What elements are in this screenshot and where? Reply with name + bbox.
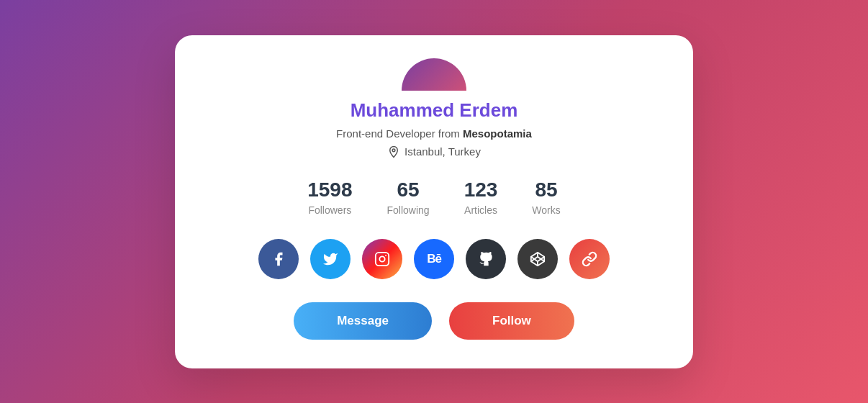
facebook-button[interactable] [258,239,299,279]
instagram-icon [374,251,390,267]
stats-container: 1598 Followers 65 Following 123 Articles… [307,178,561,216]
stat-articles: 123 Articles [464,178,498,216]
twitter-icon [322,251,338,267]
stat-works: 85 Works [532,178,560,216]
follow-button[interactable]: Follow [449,302,574,340]
twitter-button[interactable] [310,239,351,279]
location: Istanbul, Turkey [387,145,481,158]
followers-count: 1598 [307,178,352,202]
svg-rect-1 [376,252,389,265]
instagram-button[interactable] [362,239,402,279]
behance-button[interactable]: Bē [414,239,454,279]
location-icon [387,145,400,158]
link-icon [582,251,597,267]
stat-followers: 1598 Followers [307,178,352,216]
following-count: 65 [397,178,419,202]
github-button[interactable] [466,239,506,279]
user-name: Muhammed Erdem [351,99,518,122]
behance-icon: Bē [427,252,441,266]
social-icons-container: Bē [258,239,610,279]
codepen-icon [530,251,546,267]
link-button[interactable] [569,239,610,279]
facebook-icon [271,251,286,267]
avatar [402,58,466,91]
action-buttons: Message Follow [294,302,574,340]
works-count: 85 [535,178,557,202]
stat-following: 65 Following [387,178,430,216]
articles-label: Articles [464,204,497,216]
user-bio: Front-end Developer from Mesopotamia [336,127,532,140]
articles-count: 123 [464,178,498,202]
svg-point-3 [385,255,386,256]
location-text: Istanbul, Turkey [404,145,481,158]
github-icon [478,251,494,267]
codepen-button[interactable] [517,239,558,279]
followers-label: Followers [308,204,351,216]
bio-prefix: Front-end Developer from [336,127,463,140]
profile-card: Muhammed Erdem Front-end Developer from … [175,35,693,368]
following-label: Following [387,204,430,216]
works-label: Works [532,204,560,216]
bio-location: Mesopotamia [463,127,532,140]
message-button[interactable]: Message [294,302,432,340]
svg-point-0 [392,148,395,151]
svg-point-2 [379,256,384,261]
